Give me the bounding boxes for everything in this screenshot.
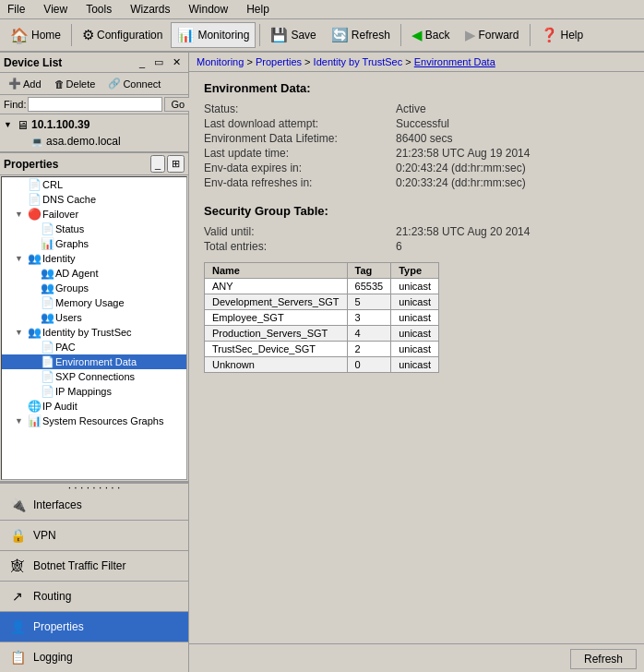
main-layout: Device List _ ▭ ✕ ➕ Add 🗑 Delete 🔗 Conne… <box>0 53 644 672</box>
memory-icon: 📄 <box>41 296 54 309</box>
breadcrumb-part3[interactable]: Identity by TrustSec <box>314 56 403 67</box>
nav-botnet[interactable]: 🕸 Botnet Traffic Filter <box>0 551 188 582</box>
nav-resizer[interactable]: · · · · · · · · · <box>0 483 188 490</box>
env-key-2: Environment Data Lifetime: <box>204 132 388 145</box>
nav-interfaces-label: Interfaces <box>33 498 82 511</box>
menu-window[interactable]: Window <box>185 2 233 17</box>
device-item-root[interactable]: ▼ 🖥 10.1.100.39 <box>0 116 188 133</box>
find-input[interactable] <box>28 97 162 112</box>
table-row[interactable]: TrustSec_Device_SGT2unicast <box>205 342 439 357</box>
props-item-failover[interactable]: ▼ 🔴 Failover <box>2 207 186 222</box>
save-button[interactable]: 💾 Save <box>264 22 322 48</box>
properties-section: Properties _ ⊞ 📄 CRL 📄 DNS Cache <box>0 151 188 481</box>
props-item-sysres[interactable]: ▼ 📊 System Resources Graphs <box>2 414 186 428</box>
props-item-sxp[interactable]: 📄 SXP Connections <box>2 369 186 384</box>
menu-view[interactable]: View <box>40 2 71 17</box>
ad-icon: 👥 <box>41 267 54 280</box>
menu-help[interactable]: Help <box>243 2 273 17</box>
forward-button[interactable]: ▶ Forward <box>459 22 526 48</box>
col-type: Type <box>391 263 439 279</box>
device-list-title: Device List <box>4 56 62 69</box>
find-label: Find: <box>4 99 26 110</box>
props-item-groups[interactable]: 👥 Groups <box>2 281 186 295</box>
nav-botnet-label: Botnet Traffic Filter <box>33 559 125 572</box>
device-item-child[interactable]: 💻 asa.demo.local <box>0 133 188 150</box>
configuration-button[interactable]: ⚙ Configuration <box>76 22 169 48</box>
nav-interfaces[interactable]: 🔌 Interfaces <box>0 490 188 521</box>
home-button[interactable]: 🏠 Home <box>4 22 67 48</box>
monitoring-button[interactable]: 📊 Monitoring <box>171 22 256 48</box>
nav-properties[interactable]: 👤 Properties <box>0 612 188 642</box>
menubar: File View Tools Wizards Window Help <box>0 0 644 19</box>
nav-vpn[interactable]: 🔒 VPN <box>0 521 188 551</box>
refresh-toolbar-button[interactable]: 🔄 Refresh <box>325 22 397 48</box>
routing-icon: ↗ <box>7 586 28 606</box>
device-ip: 10.1.100.39 <box>31 118 89 131</box>
delete-device-button[interactable]: 🗑 Delete <box>50 77 101 91</box>
crl-icon: 📄 <box>28 178 41 191</box>
menu-file[interactable]: File <box>4 2 29 17</box>
properties-title: Properties <box>4 158 58 171</box>
refresh-bottom-button[interactable]: Refresh <box>570 649 637 669</box>
nav-routing-label: Routing <box>33 590 71 603</box>
users-icon: 👥 <box>41 311 54 324</box>
back-icon: ◀ <box>411 27 423 43</box>
table-row[interactable]: Development_Servers_SGT5unicast <box>205 294 439 310</box>
table-row[interactable]: Unknown0unicast <box>205 357 439 373</box>
props-minimize[interactable]: _ <box>150 155 165 173</box>
connect-device-button[interactable]: 🔗 Connect <box>103 76 165 91</box>
props-item-env-data[interactable]: 📄 Environment Data <box>2 354 186 369</box>
security-table-wrap: Name Tag Type ANY65535unicastDevelopment… <box>204 262 629 373</box>
props-item-dns[interactable]: 📄 DNS Cache <box>2 192 186 207</box>
props-item-memory[interactable]: 📄 Memory Usage <box>2 295 186 310</box>
device-list-close[interactable]: ✕ <box>169 54 185 70</box>
props-item-crl[interactable]: 📄 CRL <box>2 177 186 192</box>
env-val-0: Active <box>396 102 629 115</box>
props-item-ip-audit[interactable]: 🌐 IP Audit <box>2 399 186 414</box>
props-item-graphs[interactable]: 📊 Graphs <box>2 236 186 251</box>
table-row[interactable]: ANY65535unicast <box>205 279 439 294</box>
vpn-icon: 🔒 <box>7 525 28 546</box>
breadcrumb-current: Environment Data <box>414 56 495 67</box>
breadcrumb-part1[interactable]: Monitoring <box>197 56 244 67</box>
nav-routing[interactable]: ↗ Routing <box>0 582 188 612</box>
interfaces-icon: 🔌 <box>7 495 28 515</box>
menu-wizards[interactable]: Wizards <box>126 2 173 17</box>
props-item-pac[interactable]: 📄 PAC <box>2 340 186 354</box>
device-list-restore[interactable]: ▭ <box>150 54 167 70</box>
device-tree: ▼ 🖥 10.1.100.39 💻 asa.demo.local <box>0 114 188 151</box>
env-key-5: Env-data refreshes in: <box>204 176 388 189</box>
menu-tools[interactable]: Tools <box>82 2 115 17</box>
env-key-0: Status: <box>204 102 388 115</box>
status-icon: 📄 <box>41 222 54 235</box>
pac-icon: 📄 <box>41 341 54 354</box>
total-entries-label: Total entries: <box>204 240 388 253</box>
device-list-minimize[interactable]: _ <box>136 54 149 70</box>
table-row[interactable]: Production_Servers_SGT4unicast <box>205 326 439 342</box>
find-bar: Find: Go <box>0 95 188 114</box>
table-row[interactable]: Employee_SGT3unicast <box>205 310 439 326</box>
props-item-users[interactable]: 👥 Users <box>2 310 186 325</box>
nav-logging[interactable]: 📋 Logging <box>0 642 188 672</box>
props-tree[interactable]: 📄 CRL 📄 DNS Cache ▼ 🔴 Failover 📄 <box>1 176 187 480</box>
dns-icon: 📄 <box>28 193 41 206</box>
props-item-trustsec[interactable]: ▼ 👥 Identity by TrustSec <box>2 325 186 340</box>
env-key-1: Last download attempt: <box>204 117 388 130</box>
env-val-4: 0:20:43:24 (dd:hr:mm:sec) <box>396 162 629 174</box>
props-item-status[interactable]: 📄 Status <box>2 222 186 236</box>
find-go-button[interactable]: Go <box>164 97 191 112</box>
breadcrumb: Monitoring > Properties > Identity by Tr… <box>189 53 644 72</box>
props-item-ip-mappings[interactable]: 📄 IP Mappings <box>2 384 186 399</box>
nav-vpn-label: VPN <box>33 529 56 542</box>
logging-icon: 📋 <box>7 647 28 667</box>
back-button[interactable]: ◀ Back <box>405 22 457 48</box>
props-item-ad-agent[interactable]: 👥 AD Agent <box>2 266 186 281</box>
add-device-button[interactable]: ➕ Add <box>4 76 46 91</box>
bottom-bar: Refresh <box>189 643 644 672</box>
props-expand[interactable]: ⊞ <box>167 155 185 173</box>
help-button[interactable]: ❓ Help <box>534 22 590 48</box>
breadcrumb-part2[interactable]: Properties <box>256 56 302 67</box>
connect-icon: 🔗 <box>108 78 121 90</box>
props-item-identity[interactable]: ▼ 👥 Identity <box>2 251 186 266</box>
config-icon: ⚙ <box>82 27 94 43</box>
